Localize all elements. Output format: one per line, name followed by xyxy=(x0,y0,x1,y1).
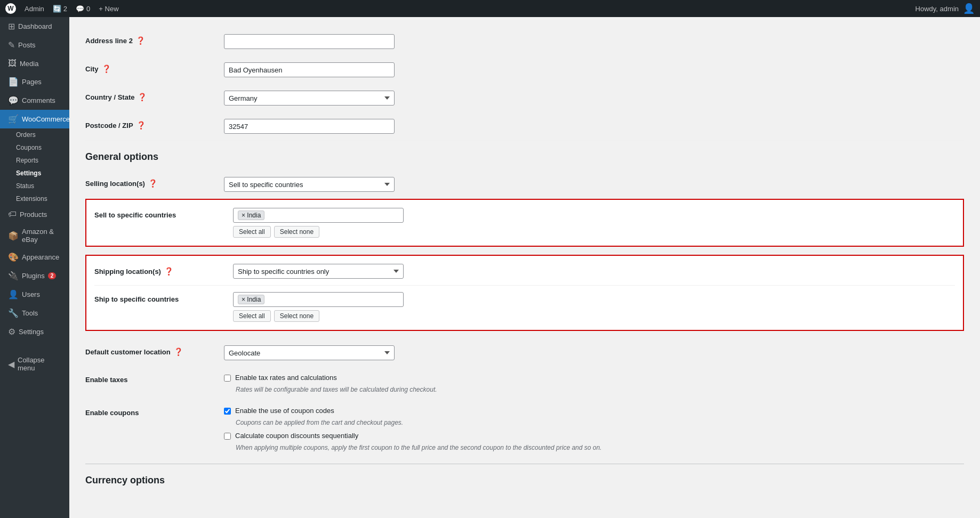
ship-select-none-button[interactable]: Select none xyxy=(274,310,319,322)
default-customer-location-control: Geolocate xyxy=(224,345,964,360)
sidebar-item-label: Amazon & eBay xyxy=(22,228,63,244)
shipping-locations-select[interactable]: Ship to specific countries only xyxy=(233,264,404,279)
wp-logo-link[interactable]: W xyxy=(5,3,16,14)
ship-to-countries-field[interactable]: × India xyxy=(233,292,404,307)
sidebar-item-label: Products xyxy=(20,211,47,218)
sidebar-item-label: Comments xyxy=(22,96,55,104)
sell-btn-row: Select all Select none xyxy=(233,226,955,238)
sell-select-none-button[interactable]: Select none xyxy=(274,226,319,238)
comments-icon: 💬 xyxy=(8,95,19,106)
city-label: City ❓ xyxy=(85,62,213,73)
new-link[interactable]: + New xyxy=(99,5,118,13)
sidebar-item-plugins[interactable]: 🔌 Plugins 2 xyxy=(0,266,69,285)
enable-coupons-control: Enable the use of coupon codes Coupons c… xyxy=(224,407,964,451)
collapse-label: Collapse menu xyxy=(18,356,63,372)
admin-bar: W Admin 🔄 2 💬 0 + New Howdy, admin 👤 xyxy=(0,0,980,17)
sidebar-item-appearance[interactable]: 🎨 Appearance xyxy=(0,248,69,266)
postcode-input[interactable] xyxy=(224,119,395,134)
site-name-link[interactable]: Admin xyxy=(25,5,44,13)
sidebar-item-orders[interactable]: Orders xyxy=(11,128,69,141)
sidebar-item-label: Plugins xyxy=(22,272,45,280)
sequential-coupons-label[interactable]: Calculate coupon discounts sequentially xyxy=(235,432,358,440)
shipping-locations-help-icon[interactable]: ❓ xyxy=(164,267,173,276)
posts-icon: ✎ xyxy=(8,40,15,50)
amazon-ebay-icon: 📦 xyxy=(8,231,19,241)
comments-link[interactable]: 💬 0 xyxy=(76,5,90,13)
site-name: Admin xyxy=(25,5,44,13)
woocommerce-icon: 🛒 xyxy=(8,114,19,124)
country-state-select[interactable]: Germany xyxy=(224,91,395,106)
enable-coupons-checkbox-label[interactable]: Enable the use of coupon codes xyxy=(235,407,334,415)
address-line2-control xyxy=(224,34,964,49)
sidebar-item-comments[interactable]: 💬 Comments xyxy=(0,91,69,110)
selling-locations-select[interactable]: Sell to specific countries xyxy=(224,177,395,192)
ship-btn-row: Select all Select none xyxy=(233,310,955,322)
sidebar-item-reports[interactable]: Reports xyxy=(11,154,69,167)
sell-to-specific-control: × India Select all Select none xyxy=(233,208,955,238)
sequential-coupons-help-text: When applying multiple coupons, apply th… xyxy=(236,444,964,451)
updates-link[interactable]: 🔄 2 xyxy=(53,5,67,13)
city-help-icon[interactable]: ❓ xyxy=(102,64,111,73)
enable-coupons-checkbox[interactable] xyxy=(224,408,231,415)
sidebar-item-pages[interactable]: 📄 Pages xyxy=(0,72,69,91)
india-tag-ship[interactable]: × India xyxy=(238,295,264,304)
address-line2-input[interactable] xyxy=(224,34,395,49)
ship-select-all-button[interactable]: Select all xyxy=(233,310,271,322)
enable-taxes-row: Enable taxes Enable tax rates and calcul… xyxy=(85,367,964,400)
postcode-help-icon[interactable]: ❓ xyxy=(136,121,146,130)
enable-taxes-help-text: Rates will be configurable and taxes wil… xyxy=(236,386,964,393)
sidebar-item-status[interactable]: Status xyxy=(11,180,69,192)
sidebar-item-tools[interactable]: 🔧 Tools xyxy=(0,304,69,322)
sidebar-item-label: Users xyxy=(22,290,40,298)
enable-coupons-label: Enable coupons xyxy=(85,407,213,417)
settings-icon: ⚙ xyxy=(8,327,15,337)
selling-locations-help-icon[interactable]: ❓ xyxy=(148,179,157,188)
sidebar-item-woocommerce[interactable]: 🛒 WooCommerce xyxy=(0,110,69,128)
sidebar-item-collapse[interactable]: ◀ Collapse menu xyxy=(0,352,69,376)
products-icon: 🏷 xyxy=(8,209,17,219)
sidebar-item-coupons[interactable]: Coupons xyxy=(11,141,69,154)
sidebar-item-settings[interactable]: ⚙ Settings xyxy=(0,322,69,341)
postcode-control xyxy=(224,119,964,134)
sidebar-item-products[interactable]: 🏷 Products xyxy=(0,205,69,223)
india-tag-sell[interactable]: × India xyxy=(238,211,264,220)
sidebar-item-dashboard[interactable]: ⊞ Dashboard xyxy=(0,17,69,36)
enable-taxes-checkbox[interactable] xyxy=(224,375,231,382)
enable-coupons-row: Enable coupons Enable the use of coupon … xyxy=(85,400,964,458)
selling-locations-control: Sell to specific countries xyxy=(224,177,964,192)
sell-to-countries-field[interactable]: × India xyxy=(233,208,404,223)
sidebar-item-wc-settings[interactable]: Settings xyxy=(11,167,69,180)
dashboard-icon: ⊞ xyxy=(8,21,15,31)
address-line2-label: Address line 2 ❓ xyxy=(85,34,213,45)
enable-taxes-checkbox-row: Enable tax rates and calculations xyxy=(224,374,964,382)
tools-icon: 🔧 xyxy=(8,308,19,318)
sidebar-item-label: WooCommerce xyxy=(22,115,69,123)
sidebar-item-amazon-ebay[interactable]: 📦 Amazon & eBay xyxy=(0,223,69,248)
sidebar-item-media[interactable]: 🖼 Media xyxy=(0,54,69,72)
avatar-icon: 👤 xyxy=(963,3,975,14)
howdy-text: Howdy, admin xyxy=(915,5,959,13)
enable-coupons-help-text: Coupons can be applied from the cart and… xyxy=(236,419,964,426)
sidebar-item-label: Tools xyxy=(22,309,38,317)
sidebar-item-label: Media xyxy=(20,60,38,68)
shipping-locations-control: Ship to specific countries only xyxy=(233,264,955,279)
sidebar-item-posts[interactable]: ✎ Posts xyxy=(0,36,69,54)
default-location-help-icon[interactable]: ❓ xyxy=(174,347,183,356)
sidebar: ⊞ Dashboard ✎ Posts 🖼 Media 📄 Pages 💬 Co… xyxy=(0,17,69,518)
address-line2-help-icon[interactable]: ❓ xyxy=(136,36,145,45)
ship-to-specific-label: Ship to specific countries xyxy=(94,292,222,303)
shipping-locations-row: Shipping location(s) ❓ Ship to specific … xyxy=(94,264,955,286)
default-customer-location-select[interactable]: Geolocate xyxy=(224,345,395,360)
shipping-locations-label: Shipping location(s) ❓ xyxy=(94,264,222,276)
sell-select-all-button[interactable]: Select all xyxy=(233,226,271,238)
city-input[interactable] xyxy=(224,62,395,77)
city-row: City ❓ xyxy=(85,56,964,84)
sidebar-item-extensions[interactable]: Extensions xyxy=(11,192,69,205)
sequential-coupons-checkbox[interactable] xyxy=(224,433,231,440)
sidebar-item-users[interactable]: 👤 Users xyxy=(0,285,69,304)
country-help-icon[interactable]: ❓ xyxy=(138,93,147,101)
country-state-label: Country / State ❓ xyxy=(85,91,213,101)
main-content: Address line 2 ❓ City ❓ Country / State … xyxy=(69,17,980,518)
enable-taxes-checkbox-label[interactable]: Enable tax rates and calculations xyxy=(235,374,337,382)
sidebar-item-label: Posts xyxy=(18,41,36,49)
